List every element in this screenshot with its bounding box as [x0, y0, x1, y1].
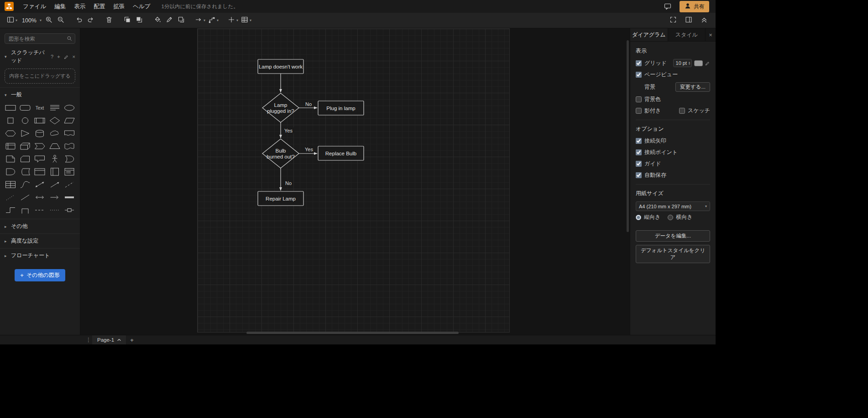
zoom-out-button[interactable] [55, 15, 67, 26]
scratchpad-edit-icon[interactable] [64, 54, 69, 59]
shape-rectangle[interactable] [4, 103, 17, 113]
portrait-radio[interactable] [636, 215, 641, 220]
shape-vertical-container[interactable] [48, 167, 61, 177]
background-color-checkbox[interactable] [636, 96, 642, 102]
diagram-edge[interactable]: No [299, 101, 317, 108]
grid-size-spinner[interactable]: ▴▾ [689, 61, 690, 65]
change-background-button[interactable]: 変更する... [675, 82, 710, 92]
shape-callout[interactable] [33, 154, 47, 164]
shape-hexagon[interactable] [4, 128, 17, 138]
guides-checkbox[interactable] [636, 161, 642, 167]
shape-tape[interactable] [63, 141, 76, 151]
shape-line[interactable] [19, 192, 32, 202]
vertical-scrollbar[interactable] [627, 40, 629, 232]
page-view-checkbox[interactable] [636, 72, 642, 78]
menu-view[interactable]: 表示 [70, 1, 89, 12]
section-other[interactable]: ▸ その他 [0, 219, 80, 233]
shadow-checkbox[interactable] [636, 108, 642, 114]
shape-and[interactable] [4, 167, 17, 177]
autosave-checkbox-label[interactable]: 自動保存 [636, 171, 666, 179]
diagram-node-replace-bulb[interactable]: Replace Bulb [318, 146, 364, 160]
more-shapes-button[interactable]: + その他の図形 [15, 269, 65, 281]
guides-checkbox-label[interactable]: ガイド [636, 160, 661, 168]
menu-extras[interactable]: 拡張 [110, 1, 128, 12]
diagram-edge[interactable]: Yes [281, 122, 294, 138]
menu-arrange[interactable]: 配置 [90, 1, 109, 12]
menu-file[interactable]: ファイル [19, 1, 50, 12]
shape-vertical-elbow[interactable] [19, 205, 32, 215]
grid-color-edit-icon[interactable] [705, 61, 710, 66]
tab-diagram[interactable]: ダイアグラム [630, 28, 668, 41]
view-button[interactable]: ▾ [5, 15, 19, 26]
sketch-checkbox-label[interactable]: スケッチ [679, 107, 710, 115]
insert-button[interactable]: ▾ [226, 15, 240, 26]
menu-help[interactable]: ヘルプ [129, 1, 154, 12]
shape-data-storage[interactable] [19, 167, 32, 177]
shape-card[interactable] [19, 154, 32, 164]
connection-arrows-checkbox-label[interactable]: 接続矢印 [636, 137, 666, 145]
shape-ellipse[interactable] [63, 103, 76, 113]
connection-points-checkbox-label[interactable]: 接続ポイント [636, 148, 678, 156]
section-flowchart[interactable]: ▸ フローチャート [0, 248, 80, 263]
shape-document[interactable] [63, 128, 76, 138]
background-color-checkbox-label[interactable]: 背景色 [636, 95, 661, 103]
shape-note[interactable] [4, 154, 17, 164]
shape-rounded-rectangle[interactable] [19, 103, 32, 113]
shape-link[interactable] [63, 192, 76, 202]
diagram-node-plugged-in[interactable]: Lampplugged in? [262, 93, 299, 122]
shape-dashed-line[interactable] [63, 180, 76, 190]
shape-arrow[interactable] [48, 180, 61, 190]
diagram-node-start[interactable]: Lamp doesn't work [258, 59, 303, 74]
menu-edit[interactable]: 編集 [51, 1, 69, 12]
section-advanced[interactable]: ▸ 高度な設定 [0, 233, 80, 248]
shape-circle[interactable] [19, 116, 32, 126]
search-icon[interactable] [67, 36, 73, 42]
shadow-button[interactable] [175, 15, 187, 26]
shadow-checkbox-label[interactable]: 影付き [636, 107, 679, 115]
to-back-button[interactable] [133, 15, 145, 26]
shape-dotted-edge[interactable] [48, 205, 61, 215]
shape-square[interactable] [4, 116, 17, 126]
waypoints-button[interactable]: ▾ [207, 15, 220, 26]
zoom-in-button[interactable] [43, 15, 55, 26]
delete-button[interactable] [103, 15, 115, 26]
line-color-button[interactable] [163, 15, 175, 26]
diagram-node-repair-lamp[interactable]: Repair Lamp [258, 191, 303, 206]
shape-directional-connector[interactable] [48, 192, 61, 202]
shape-trapezoid[interactable] [48, 141, 61, 151]
connection-button[interactable]: ▾ [193, 15, 207, 26]
shape-cloud[interactable] [48, 128, 61, 138]
grid-color-swatch[interactable] [694, 60, 703, 66]
shape-or[interactable] [63, 154, 76, 164]
diagram-edge[interactable]: Yes [299, 146, 317, 153]
shape-table[interactable] [4, 180, 17, 190]
edit-data-button[interactable]: データを編集... [636, 230, 710, 242]
comments-button[interactable] [662, 1, 673, 11]
shape-container[interactable] [33, 167, 47, 177]
grid-checkbox-label[interactable]: グリッド [636, 59, 667, 67]
grid-checkbox[interactable] [636, 60, 642, 66]
diagram-node-bulb-burned-out[interactable]: Bulbburned out? [262, 139, 299, 168]
shape-dashed-edge[interactable] [33, 205, 47, 215]
close-format-panel-icon[interactable]: × [706, 28, 716, 41]
shape-triangle[interactable] [19, 128, 32, 138]
scratchpad-close-icon[interactable]: × [73, 54, 75, 59]
shape-parallelogram[interactable] [63, 116, 76, 126]
shape-list[interactable] [63, 167, 76, 177]
tab-style[interactable]: スタイル [668, 28, 706, 41]
collapse-button[interactable] [698, 15, 710, 26]
shape-internal-storage[interactable] [4, 141, 17, 151]
shape-search-input[interactable] [5, 33, 75, 44]
shape-text[interactable]: Text [33, 103, 47, 113]
diagram-edge[interactable]: No [281, 168, 293, 190]
scratchpad-help-icon[interactable]: ? [51, 54, 53, 59]
grid-size-input[interactable]: 10 pt ▴▾ [673, 59, 692, 67]
scratchpad-dropzone[interactable]: 内容をここにドラッグする [5, 69, 75, 84]
shape-bidirectional-connector[interactable] [33, 192, 47, 202]
fullscreen-button[interactable] [667, 15, 679, 26]
paper-size-select[interactable]: A4 (210 mm x 297 mm) ▾ [636, 201, 710, 211]
table-button[interactable]: ▾ [240, 15, 253, 26]
scratchpad-header[interactable]: ▾ スクラッチパッド ? + × [0, 46, 80, 68]
connection-points-checkbox[interactable] [636, 149, 642, 155]
shape-step[interactable] [33, 141, 47, 151]
